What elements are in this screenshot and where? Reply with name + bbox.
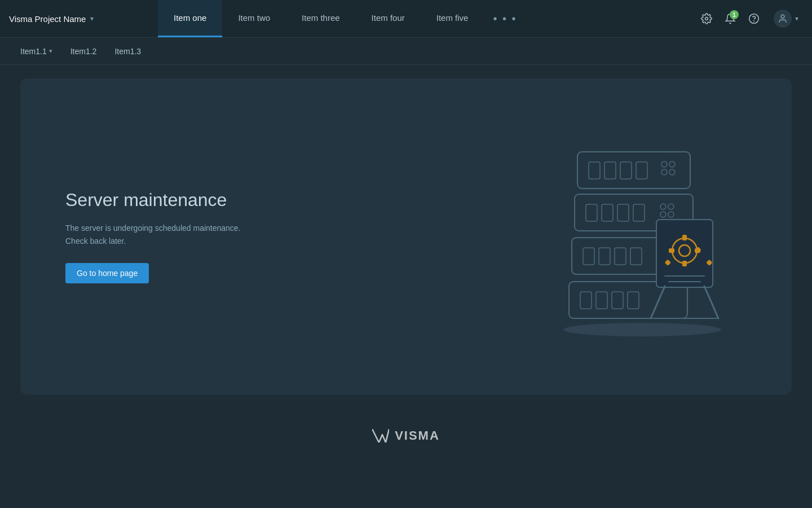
nav-more-button[interactable]: • • •	[484, 0, 526, 37]
svg-rect-4	[577, 152, 690, 189]
svg-rect-42	[669, 248, 674, 253]
svg-point-18	[660, 204, 666, 209]
visma-logo-icon	[372, 429, 389, 443]
svg-point-10	[669, 161, 675, 167]
svg-rect-5	[589, 162, 600, 179]
brand-chevron-icon: ▾	[90, 15, 94, 23]
server-illustration	[532, 129, 747, 344]
top-navigation: Visma Project Name ▾ Item one Item two I…	[0, 0, 812, 38]
sub-nav-item-1-2[interactable]: Item1.2	[64, 43, 104, 59]
sub-navigation: Item1.1 ▾ Item1.2 Item1.3	[0, 38, 812, 65]
svg-point-11	[661, 169, 667, 175]
nav-item-five[interactable]: Item five	[421, 0, 484, 37]
notification-badge: 1	[730, 10, 739, 19]
nav-item-four[interactable]: Item four	[356, 0, 421, 37]
svg-rect-14	[586, 204, 597, 221]
svg-rect-25	[615, 248, 626, 265]
visma-logo: VISMA	[372, 428, 440, 443]
main-content: Server maintenance The server is undergo…	[0, 65, 812, 408]
svg-point-21	[668, 212, 674, 217]
svg-rect-8	[636, 162, 647, 179]
nav-actions: 1 ▾	[689, 0, 812, 37]
svg-rect-28	[580, 292, 592, 309]
error-title: Server maintenance	[65, 190, 241, 211]
svg-rect-23	[583, 248, 594, 265]
sub-nav-chevron-icon: ▾	[49, 47, 52, 55]
svg-rect-17	[633, 204, 645, 221]
user-icon	[778, 14, 788, 24]
gear-icon	[701, 13, 712, 24]
svg-rect-30	[612, 292, 623, 309]
svg-rect-33	[656, 220, 713, 287]
svg-point-12	[669, 169, 675, 175]
svg-rect-26	[630, 248, 642, 265]
nav-items: Item one Item two Item three Item four I…	[158, 0, 689, 37]
svg-point-20	[660, 212, 666, 217]
help-button[interactable]	[743, 8, 765, 29]
footer: VISMA	[0, 413, 812, 459]
svg-rect-16	[617, 204, 629, 221]
svg-point-9	[661, 161, 667, 167]
svg-rect-29	[596, 292, 607, 309]
help-icon	[748, 13, 760, 24]
go-home-button[interactable]: Go to home page	[65, 263, 149, 283]
nav-item-two[interactable]: Item two	[222, 0, 286, 37]
nav-item-three[interactable]: Item three	[286, 0, 356, 37]
notifications-button[interactable]: 1	[720, 8, 741, 29]
user-avatar	[774, 10, 792, 28]
maintenance-card: Server maintenance The server is undergo…	[20, 78, 792, 395]
svg-line-34	[651, 286, 665, 318]
svg-point-19	[668, 204, 674, 209]
svg-rect-31	[628, 292, 639, 309]
user-chevron-icon: ▾	[795, 15, 798, 23]
svg-rect-40	[682, 261, 687, 266]
error-description: The server is undergoing scheduled maint…	[65, 222, 241, 247]
svg-point-1	[749, 14, 759, 24]
settings-button[interactable]	[696, 8, 717, 29]
visma-logo-text: VISMA	[395, 428, 440, 443]
brand-logo[interactable]: Visma Project Name ▾	[0, 0, 158, 37]
svg-rect-6	[604, 162, 616, 179]
svg-point-3	[781, 15, 784, 18]
svg-rect-7	[620, 162, 632, 179]
svg-line-35	[704, 286, 718, 318]
svg-rect-24	[599, 248, 610, 265]
sub-nav-item-1-1[interactable]: Item1.1 ▾	[14, 43, 59, 59]
user-menu[interactable]: ▾	[767, 10, 805, 28]
svg-point-32	[563, 323, 721, 336]
svg-rect-15	[602, 204, 613, 221]
error-text-section: Server maintenance The server is undergo…	[65, 190, 241, 283]
server-svg	[532, 129, 747, 344]
brand-name: Visma Project Name	[9, 14, 86, 24]
nav-item-one[interactable]: Item one	[158, 0, 222, 37]
svg-rect-39	[682, 235, 687, 240]
sub-nav-item-1-3[interactable]: Item1.3	[108, 43, 148, 59]
svg-point-0	[705, 17, 708, 20]
